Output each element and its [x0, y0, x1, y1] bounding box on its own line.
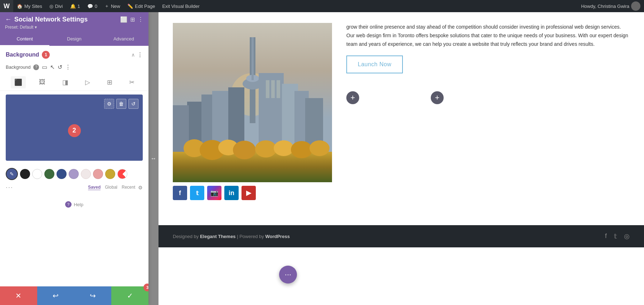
- swatch-white[interactable]: [32, 169, 42, 179]
- panel-resize-handle[interactable]: ↔: [148, 12, 158, 305]
- swatch-settings-icon[interactable]: ⚙: [138, 185, 143, 190]
- more-icon[interactable]: ⋮: [138, 16, 143, 23]
- undo-button[interactable]: ↩: [37, 286, 74, 305]
- my-sites-button[interactable]: 🏠 My Sites: [13, 0, 46, 12]
- panel-content: Background 1 ∧ ⋮ Background ? ▭ ↖ ↺ ⋮ ⬛: [0, 46, 148, 286]
- admin-bar-right: Howdy, Christina Gwira: [581, 1, 644, 11]
- linkedin-icon[interactable]: in: [224, 186, 239, 200]
- swatch-category-tabs: Saved Global Recent: [88, 185, 135, 190]
- color-picker-button[interactable]: ✎: [6, 168, 18, 180]
- swatch-red-stroke[interactable]: [117, 169, 127, 179]
- tab-design[interactable]: Design: [49, 33, 99, 46]
- bg-badge-2: 2: [68, 124, 81, 137]
- swatch-row2: ··· Saved Global Recent ⚙: [0, 184, 148, 194]
- instagram-icon[interactable]: 📷: [207, 186, 221, 200]
- footer-social-icons: f 𝕥 ◎: [605, 232, 630, 240]
- footer-facebook-icon[interactable]: f: [605, 232, 607, 240]
- page-body: grow their online presence and stay ahea…: [158, 12, 644, 186]
- preset-row[interactable]: Preset: Default ▾: [5, 25, 143, 30]
- panel-tabs: Content Design Advanced: [0, 33, 148, 46]
- panel-header-top: ← Social Network Settings ⬜ ⊞ ⋮: [5, 16, 143, 23]
- swatch-tab-saved[interactable]: Saved: [88, 185, 101, 190]
- panel-bottom: ✕ ↩ ↪ ✓ 3: [0, 286, 148, 305]
- add-column-left-button[interactable]: +: [346, 91, 359, 104]
- wp-page: grow their online presence and stay ahea…: [158, 12, 644, 305]
- undo-icon: ↩: [53, 291, 59, 300]
- howdy-text: Howdy, Christina Gwira: [581, 4, 629, 9]
- add-column-right-button[interactable]: +: [431, 91, 444, 104]
- swatch-pink-light[interactable]: [81, 169, 91, 179]
- exit-visual-builder-button[interactable]: Exit Visual Builder: [158, 0, 203, 12]
- bg-type-video[interactable]: ▷: [82, 76, 94, 88]
- pencil-icon: ✏️: [127, 4, 133, 9]
- linkedin-letter: in: [229, 189, 234, 197]
- page-text-section: grow their online presence and stay ahea…: [332, 23, 630, 182]
- main-layout: ← Social Network Settings ⬜ ⊞ ⋮ Preset: …: [0, 0, 644, 305]
- bg-type-pattern[interactable]: ⊞: [103, 76, 116, 88]
- preset-label: Preset: Default: [5, 25, 33, 30]
- bg-reset-icon[interactable]: ↺: [128, 99, 138, 109]
- panel-header-icons: ⬜ ⊞ ⋮: [120, 16, 143, 23]
- swatch-lavender[interactable]: [69, 169, 79, 179]
- city-image: [173, 23, 332, 182]
- more-swatches-icon[interactable]: ···: [6, 184, 13, 191]
- wp-logo-button[interactable]: W: [0, 0, 13, 12]
- bg-type-image[interactable]: 🖼: [35, 76, 49, 88]
- collapse-icon[interactable]: ∧: [131, 52, 135, 58]
- grid-icon[interactable]: ⊞: [130, 16, 135, 23]
- swatch-black[interactable]: [20, 169, 30, 179]
- swatch-pink[interactable]: [93, 169, 103, 179]
- bg-type-color[interactable]: ⬛: [11, 76, 26, 88]
- swatch-green[interactable]: [44, 169, 54, 179]
- section-controls: ∧ ⋮: [131, 52, 143, 58]
- comments-button[interactable]: 💬 0: [84, 0, 101, 12]
- swatch-navy[interactable]: [57, 169, 67, 179]
- swatch-gold[interactable]: [105, 169, 115, 179]
- svg-point-26: [309, 140, 330, 156]
- section-badge: 1: [42, 51, 50, 59]
- undo-small-icon[interactable]: ↺: [58, 64, 62, 71]
- help-label: Help: [74, 202, 83, 207]
- expand-icon[interactable]: ⬜: [120, 16, 127, 23]
- help-row[interactable]: ? Help: [0, 194, 148, 211]
- section-more-icon[interactable]: ⋮: [137, 52, 143, 58]
- bg-delete-icon[interactable]: 🗑: [116, 99, 126, 109]
- fab-button[interactable]: ···: [279, 266, 297, 284]
- launch-now-button[interactable]: Launch Now: [346, 55, 403, 73]
- help-tooltip-icon[interactable]: ?: [33, 64, 39, 70]
- device-icon[interactable]: ▭: [42, 64, 47, 71]
- bg-settings-icon[interactable]: ⚙: [104, 99, 114, 109]
- avatar[interactable]: [631, 1, 640, 11]
- tab-content[interactable]: Content: [0, 33, 49, 46]
- swatch-tab-recent[interactable]: Recent: [122, 185, 135, 190]
- admin-bar: W 🏠 My Sites ◎ Divi 🔔 1 💬 0 ＋ New ✏️ Edi…: [0, 0, 644, 12]
- tab-advanced[interactable]: Advanced: [99, 33, 148, 46]
- youtube-icon[interactable]: ▶: [241, 186, 256, 200]
- footer-instagram-icon[interactable]: ◎: [624, 232, 630, 240]
- edit-page-button[interactable]: ✏️ Edit Page: [124, 0, 158, 12]
- swatch-tab-global[interactable]: Global: [105, 185, 117, 190]
- left-panel: ← Social Network Settings ⬜ ⊞ ⋮ Preset: …: [0, 12, 148, 305]
- redo-icon: ↪: [90, 291, 96, 300]
- panel-title-row: ← Social Network Settings: [5, 16, 88, 23]
- bg-label-text: Background: [6, 64, 30, 70]
- city-skyline-svg: [173, 23, 332, 182]
- facebook-letter: f: [179, 189, 181, 197]
- bg-type-mask[interactable]: ✂: [126, 76, 138, 88]
- plus-icon: ＋: [104, 3, 109, 9]
- arrow-icon[interactable]: ↖: [50, 64, 55, 71]
- save-button[interactable]: ✓ 3: [111, 286, 148, 305]
- redo-button[interactable]: ↪: [74, 286, 112, 305]
- new-button[interactable]: ＋ New: [101, 0, 124, 12]
- footer-twitter-icon[interactable]: 𝕥: [614, 232, 617, 240]
- instagram-letter: 📷: [210, 189, 218, 197]
- divi-button[interactable]: ◎ Divi: [46, 0, 67, 12]
- notifications-button[interactable]: 🔔 1: [67, 0, 84, 12]
- twitter-icon[interactable]: 𝕥: [190, 186, 204, 200]
- back-arrow-icon[interactable]: ←: [5, 16, 11, 23]
- bg-type-gradient[interactable]: ◨: [59, 76, 72, 88]
- more-small-icon[interactable]: ⋮: [65, 64, 71, 71]
- section-title-row: Background 1: [6, 51, 50, 59]
- facebook-icon[interactable]: f: [173, 186, 187, 200]
- cancel-button[interactable]: ✕: [0, 286, 37, 305]
